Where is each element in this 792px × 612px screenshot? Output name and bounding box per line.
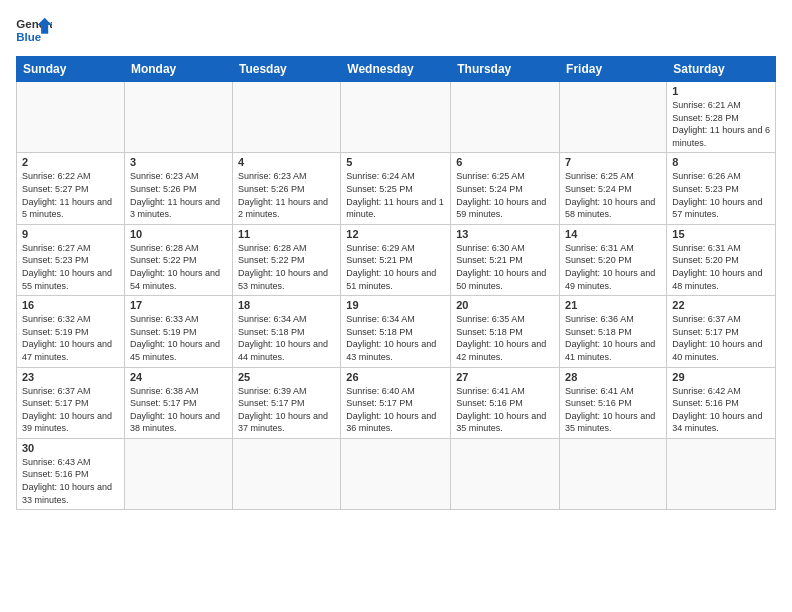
day-number: 5 <box>346 156 445 168</box>
calendar-cell: 11Sunrise: 6:28 AM Sunset: 5:22 PM Dayli… <box>232 224 340 295</box>
calendar-cell <box>341 82 451 153</box>
day-info: Sunrise: 6:40 AM Sunset: 5:17 PM Dayligh… <box>346 385 445 435</box>
day-number: 9 <box>22 228 119 240</box>
day-info: Sunrise: 6:34 AM Sunset: 5:18 PM Dayligh… <box>238 313 335 363</box>
calendar-cell: 2Sunrise: 6:22 AM Sunset: 5:27 PM Daylig… <box>17 153 125 224</box>
day-info: Sunrise: 6:37 AM Sunset: 5:17 PM Dayligh… <box>672 313 770 363</box>
day-info: Sunrise: 6:26 AM Sunset: 5:23 PM Dayligh… <box>672 170 770 220</box>
day-header-sunday: Sunday <box>17 57 125 82</box>
calendar-cell: 8Sunrise: 6:26 AM Sunset: 5:23 PM Daylig… <box>667 153 776 224</box>
day-header-monday: Monday <box>124 57 232 82</box>
calendar-cell <box>560 438 667 509</box>
day-number: 3 <box>130 156 227 168</box>
calendar-cell <box>451 438 560 509</box>
day-number: 11 <box>238 228 335 240</box>
day-header-friday: Friday <box>560 57 667 82</box>
day-info: Sunrise: 6:24 AM Sunset: 5:25 PM Dayligh… <box>346 170 445 220</box>
day-number: 27 <box>456 371 554 383</box>
calendar-cell: 7Sunrise: 6:25 AM Sunset: 5:24 PM Daylig… <box>560 153 667 224</box>
logo-area: General Blue <box>16 16 52 48</box>
day-info: Sunrise: 6:39 AM Sunset: 5:17 PM Dayligh… <box>238 385 335 435</box>
calendar-cell: 10Sunrise: 6:28 AM Sunset: 5:22 PM Dayli… <box>124 224 232 295</box>
day-number: 18 <box>238 299 335 311</box>
calendar-cell: 27Sunrise: 6:41 AM Sunset: 5:16 PM Dayli… <box>451 367 560 438</box>
day-number: 20 <box>456 299 554 311</box>
calendar-cell: 26Sunrise: 6:40 AM Sunset: 5:17 PM Dayli… <box>341 367 451 438</box>
day-number: 26 <box>346 371 445 383</box>
day-info: Sunrise: 6:27 AM Sunset: 5:23 PM Dayligh… <box>22 242 119 292</box>
calendar-cell <box>560 82 667 153</box>
day-info: Sunrise: 6:29 AM Sunset: 5:21 PM Dayligh… <box>346 242 445 292</box>
day-header-wednesday: Wednesday <box>341 57 451 82</box>
calendar: SundayMondayTuesdayWednesdayThursdayFrid… <box>16 56 776 510</box>
day-number: 23 <box>22 371 119 383</box>
calendar-cell: 20Sunrise: 6:35 AM Sunset: 5:18 PM Dayli… <box>451 296 560 367</box>
logo-icon: General Blue <box>16 16 52 48</box>
calendar-cell: 17Sunrise: 6:33 AM Sunset: 5:19 PM Dayli… <box>124 296 232 367</box>
day-number: 14 <box>565 228 661 240</box>
day-number: 4 <box>238 156 335 168</box>
calendar-week-row: 16Sunrise: 6:32 AM Sunset: 5:19 PM Dayli… <box>17 296 776 367</box>
calendar-cell: 18Sunrise: 6:34 AM Sunset: 5:18 PM Dayli… <box>232 296 340 367</box>
calendar-cell <box>232 82 340 153</box>
day-info: Sunrise: 6:25 AM Sunset: 5:24 PM Dayligh… <box>565 170 661 220</box>
day-number: 13 <box>456 228 554 240</box>
calendar-week-row: 30Sunrise: 6:43 AM Sunset: 5:16 PM Dayli… <box>17 438 776 509</box>
day-header-thursday: Thursday <box>451 57 560 82</box>
day-info: Sunrise: 6:28 AM Sunset: 5:22 PM Dayligh… <box>238 242 335 292</box>
day-number: 10 <box>130 228 227 240</box>
calendar-week-row: 1Sunrise: 6:21 AM Sunset: 5:28 PM Daylig… <box>17 82 776 153</box>
day-info: Sunrise: 6:23 AM Sunset: 5:26 PM Dayligh… <box>238 170 335 220</box>
calendar-cell: 22Sunrise: 6:37 AM Sunset: 5:17 PM Dayli… <box>667 296 776 367</box>
calendar-cell: 13Sunrise: 6:30 AM Sunset: 5:21 PM Dayli… <box>451 224 560 295</box>
calendar-cell: 23Sunrise: 6:37 AM Sunset: 5:17 PM Dayli… <box>17 367 125 438</box>
day-number: 6 <box>456 156 554 168</box>
calendar-cell <box>124 82 232 153</box>
calendar-cell: 16Sunrise: 6:32 AM Sunset: 5:19 PM Dayli… <box>17 296 125 367</box>
day-info: Sunrise: 6:43 AM Sunset: 5:16 PM Dayligh… <box>22 456 119 506</box>
calendar-cell: 24Sunrise: 6:38 AM Sunset: 5:17 PM Dayli… <box>124 367 232 438</box>
day-number: 15 <box>672 228 770 240</box>
day-number: 28 <box>565 371 661 383</box>
calendar-cell <box>232 438 340 509</box>
day-number: 29 <box>672 371 770 383</box>
calendar-cell: 3Sunrise: 6:23 AM Sunset: 5:26 PM Daylig… <box>124 153 232 224</box>
day-number: 30 <box>22 442 119 454</box>
day-number: 22 <box>672 299 770 311</box>
day-info: Sunrise: 6:23 AM Sunset: 5:26 PM Dayligh… <box>130 170 227 220</box>
svg-text:Blue: Blue <box>16 31 42 43</box>
calendar-cell: 25Sunrise: 6:39 AM Sunset: 5:17 PM Dayli… <box>232 367 340 438</box>
calendar-cell <box>124 438 232 509</box>
day-info: Sunrise: 6:36 AM Sunset: 5:18 PM Dayligh… <box>565 313 661 363</box>
calendar-cell: 30Sunrise: 6:43 AM Sunset: 5:16 PM Dayli… <box>17 438 125 509</box>
day-info: Sunrise: 6:34 AM Sunset: 5:18 PM Dayligh… <box>346 313 445 363</box>
calendar-header-row: SundayMondayTuesdayWednesdayThursdayFrid… <box>17 57 776 82</box>
day-header-tuesday: Tuesday <box>232 57 340 82</box>
calendar-week-row: 2Sunrise: 6:22 AM Sunset: 5:27 PM Daylig… <box>17 153 776 224</box>
day-number: 2 <box>22 156 119 168</box>
calendar-cell: 1Sunrise: 6:21 AM Sunset: 5:28 PM Daylig… <box>667 82 776 153</box>
day-info: Sunrise: 6:30 AM Sunset: 5:21 PM Dayligh… <box>456 242 554 292</box>
calendar-cell: 29Sunrise: 6:42 AM Sunset: 5:16 PM Dayli… <box>667 367 776 438</box>
calendar-cell <box>451 82 560 153</box>
day-header-saturday: Saturday <box>667 57 776 82</box>
calendar-cell: 6Sunrise: 6:25 AM Sunset: 5:24 PM Daylig… <box>451 153 560 224</box>
calendar-cell: 5Sunrise: 6:24 AM Sunset: 5:25 PM Daylig… <box>341 153 451 224</box>
calendar-cell: 4Sunrise: 6:23 AM Sunset: 5:26 PM Daylig… <box>232 153 340 224</box>
day-info: Sunrise: 6:42 AM Sunset: 5:16 PM Dayligh… <box>672 385 770 435</box>
day-number: 16 <box>22 299 119 311</box>
day-info: Sunrise: 6:37 AM Sunset: 5:17 PM Dayligh… <box>22 385 119 435</box>
day-info: Sunrise: 6:33 AM Sunset: 5:19 PM Dayligh… <box>130 313 227 363</box>
calendar-cell: 19Sunrise: 6:34 AM Sunset: 5:18 PM Dayli… <box>341 296 451 367</box>
calendar-cell: 14Sunrise: 6:31 AM Sunset: 5:20 PM Dayli… <box>560 224 667 295</box>
day-info: Sunrise: 6:35 AM Sunset: 5:18 PM Dayligh… <box>456 313 554 363</box>
day-info: Sunrise: 6:38 AM Sunset: 5:17 PM Dayligh… <box>130 385 227 435</box>
day-number: 19 <box>346 299 445 311</box>
day-info: Sunrise: 6:41 AM Sunset: 5:16 PM Dayligh… <box>565 385 661 435</box>
calendar-cell: 28Sunrise: 6:41 AM Sunset: 5:16 PM Dayli… <box>560 367 667 438</box>
calendar-week-row: 23Sunrise: 6:37 AM Sunset: 5:17 PM Dayli… <box>17 367 776 438</box>
day-number: 1 <box>672 85 770 97</box>
calendar-cell <box>17 82 125 153</box>
day-info: Sunrise: 6:25 AM Sunset: 5:24 PM Dayligh… <box>456 170 554 220</box>
day-number: 12 <box>346 228 445 240</box>
